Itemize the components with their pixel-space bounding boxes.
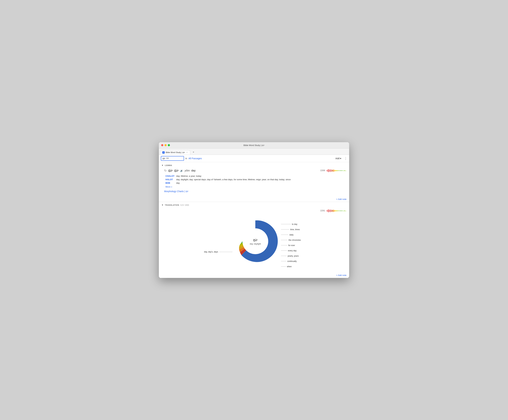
tab-close-button[interactable]: ×: [186, 151, 188, 154]
refresh-icon[interactable]: ↻: [164, 169, 167, 172]
chart-label-when: when: [281, 265, 301, 268]
svg-rect-31: [332, 210, 333, 212]
svg-rect-24: [327, 210, 327, 212]
svg-rect-46: [345, 211, 345, 211]
bdb-label[interactable]: BDB: [165, 182, 175, 184]
chart-label-day: day, day's, days: [204, 251, 232, 253]
audio-icon[interactable]: 🔊: [180, 169, 183, 172]
chalot-label[interactable]: CHALOT: [165, 175, 175, 177]
svg-rect-13: [337, 170, 338, 171]
search-box[interactable]: יוֹם ⌨: [161, 156, 184, 161]
svg-rect-29: [331, 210, 331, 212]
svg-rect-21: [344, 170, 344, 171]
svg-rect-30: [332, 210, 332, 212]
svg-rect-25: [328, 210, 328, 212]
translation-main-row: 2291: [164, 209, 346, 213]
search-input[interactable]: יוֹם: [163, 157, 165, 160]
translation-section-header: ▼ TRANSLATION KJV 1900: [159, 202, 349, 207]
more-link[interactable]: More »: [164, 185, 346, 188]
svg-rect-44: [343, 211, 344, 211]
keyboard-icon: ⌨: [166, 157, 169, 159]
svg-rect-43: [342, 211, 343, 211]
tab-favicon: B: [162, 151, 165, 154]
chart-label-everyday: every day: [281, 250, 301, 252]
svg-rect-5: [331, 170, 331, 171]
lemma-hebrew-1: יוֹם: [168, 169, 172, 173]
toolbar: יוֹם ⌨ in All Passages Add ▾ ⋮: [159, 155, 349, 162]
tab-bar: B Bible Word Study | יוֹם × +: [159, 148, 349, 155]
svg-rect-20: [343, 171, 344, 171]
title-bar: Bible Word Study | יוֹם: [159, 142, 349, 148]
translation-section-title: TRANSLATION: [165, 204, 179, 206]
active-tab[interactable]: B Bible Word Study | יוֹם ×: [160, 150, 190, 155]
svg-rect-35: [336, 210, 336, 211]
svg-rect-12: [336, 170, 337, 171]
lemma-add-note[interactable]: + Add note: [159, 197, 349, 202]
lemma-count: 2269: [320, 169, 346, 173]
minimize-button[interactable]: [164, 144, 167, 146]
lemma-section-title: LEMMA: [165, 164, 172, 166]
svg-rect-42: [342, 211, 342, 211]
svg-rect-22: [345, 170, 345, 171]
lemma-content: ↻ יוֹם יוֹם 🔊 yôm day 2269: [159, 168, 349, 197]
dictionary-entries: CHALOT day; lifetime; a year; today HALO…: [164, 175, 346, 184]
chart-label-daily: daily: [281, 234, 301, 236]
svg-rect-19: [342, 170, 343, 171]
chart-center-label: יוֹם day; daylight: [250, 238, 261, 245]
svg-rect-9: [334, 170, 335, 171]
halot-label[interactable]: HALOT: [165, 178, 175, 181]
svg-rect-15: [339, 170, 340, 171]
svg-rect-28: [330, 209, 330, 212]
svg-rect-34: [335, 210, 336, 212]
in-label: in: [185, 157, 187, 160]
chart-label-time: time, times: [281, 228, 301, 231]
translation-content: 2291: [159, 207, 349, 273]
svg-rect-4: [330, 169, 330, 172]
svg-rect-17: [341, 170, 341, 171]
svg-rect-39: [339, 211, 340, 211]
translation-count: 2291: [320, 209, 346, 213]
donut-chart-wrapper: day, day's, days: [232, 218, 278, 265]
app-window: Bible Word Study | יוֹם B Bible Word Stu…: [159, 142, 349, 278]
close-button[interactable]: [161, 144, 163, 146]
svg-rect-3: [329, 170, 330, 172]
lemma-meaning: day: [191, 169, 196, 172]
lemma-main-row: ↻ יוֹם יוֹם 🔊 yôm day 2269: [164, 169, 346, 173]
translation-collapse-arrow[interactable]: ▼: [162, 204, 164, 206]
translation-add-note[interactable]: + Add note: [159, 273, 349, 278]
chalot-text: day; lifetime; a year; today: [176, 175, 201, 177]
chart-center-hebrew: יוֹם: [250, 238, 261, 242]
add-button[interactable]: Add ▾: [334, 156, 343, 160]
svg-rect-6: [332, 169, 332, 172]
svg-rect-8: [333, 169, 334, 172]
morphology-charts-link[interactable]: Morphology Charts | יוֹם: [164, 190, 346, 193]
svg-rect-0: [327, 170, 327, 171]
all-passages-link[interactable]: All Passages: [188, 157, 202, 160]
toolbar-actions: Add ▾ ⋮: [334, 156, 347, 160]
more-options-button[interactable]: ⋮: [344, 157, 347, 160]
lemma-section-header: ▼ LEMMA: [159, 162, 349, 168]
svg-rect-7: [332, 170, 333, 171]
translation-version: KJV 1900: [180, 204, 189, 206]
svg-rect-11: [336, 170, 336, 171]
svg-rect-38: [338, 211, 339, 211]
window-title: Bible Word Study | יוֹם: [244, 144, 265, 147]
lemma-collapse-arrow[interactable]: ▼: [162, 164, 164, 167]
new-tab-button[interactable]: +: [191, 150, 196, 154]
main-content: ▼ LEMMA ↻ יוֹם יוֹם 🔊 yôm day 2269: [159, 162, 349, 278]
svg-rect-41: [341, 211, 341, 211]
lemma-section: ▼ LEMMA ↻ יוֹם יוֹם 🔊 yôm day 2269: [159, 162, 349, 202]
svg-rect-33: [334, 210, 335, 212]
maximize-button[interactable]: [168, 144, 170, 146]
chart-label-yearly: yearly, years: [281, 255, 301, 257]
chalot-entry: CHALOT day; lifetime; a year; today: [164, 175, 346, 177]
lemma-transliteration: yôm: [185, 169, 190, 172]
tab-label: Bible Word Study | יוֹם: [166, 151, 185, 154]
chart-center-meaning: day; daylight: [250, 243, 261, 245]
svg-rect-37: [337, 211, 338, 211]
svg-rect-14: [338, 170, 339, 171]
svg-rect-26: [328, 209, 329, 212]
bdb-entry: BDB day: [164, 182, 346, 184]
chart-label-forever: for ever: [281, 244, 301, 247]
svg-rect-23: [346, 171, 346, 171]
